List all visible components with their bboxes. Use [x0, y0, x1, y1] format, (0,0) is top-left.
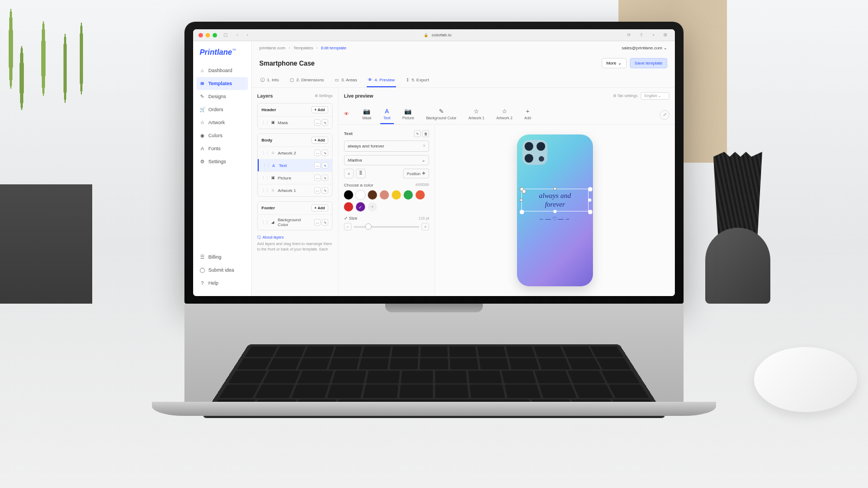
size-increase-button[interactable]: + [422, 223, 429, 230]
about-layers-text: Add layers and drag them to rearrange th… [257, 241, 333, 252]
sidebar-item-orders[interactable]: 🛒Orders [193, 103, 251, 116]
forward-button[interactable]: › [245, 33, 251, 37]
chevron-down-icon: ⌄ [663, 46, 667, 50]
tool-tab-text[interactable]: AText [380, 105, 394, 124]
sidebar-item-help[interactable]: ?Help [193, 277, 251, 290]
edit-icon[interactable]: ✎ [322, 150, 328, 156]
language-select[interactable]: English ⌄ [641, 92, 669, 100]
color-swatch[interactable] [344, 202, 353, 211]
minimize-window-icon[interactable] [206, 33, 210, 37]
more-icon[interactable]: ⋯ [314, 219, 321, 226]
position-button[interactable]: Position✥ [403, 169, 429, 178]
breadcrumb[interactable]: printlane.com› Templates› Edit template [259, 46, 347, 50]
visibility-off-icon[interactable]: 👁 [344, 111, 352, 119]
tabs-button[interactable]: ⊞ [661, 33, 669, 37]
edit-icon[interactable]: ✎ [322, 119, 328, 126]
tab-preview[interactable]: 👁4. Preview [367, 74, 395, 87]
tool-tab-add[interactable]: +Add [521, 105, 534, 124]
tool-tab-picture[interactable]: 📷Picture [399, 105, 418, 124]
color-swatch[interactable] [416, 190, 425, 200]
align-center-button[interactable]: ≣ [356, 169, 366, 178]
tool-tab-background-color[interactable]: ✎Background Color [423, 105, 459, 124]
tab-areas[interactable]: ▭3. Areas [334, 74, 358, 87]
more-icon[interactable]: ⋯ [314, 187, 321, 194]
close-window-icon[interactable] [199, 33, 203, 37]
sidebar-item-designs[interactable]: ✎Designs [193, 90, 251, 103]
address-bar[interactable]: 🔒 colorlab.io [254, 33, 621, 37]
brand-logo[interactable]: Printlane™ [193, 48, 251, 64]
new-tab-button[interactable]: + [650, 33, 657, 37]
tab-export[interactable]: ↥5. Export [405, 74, 430, 87]
font-select[interactable]: Madina⌄ [344, 155, 429, 165]
sidebar-item-fonts[interactable]: AFonts [193, 142, 251, 155]
more-icon[interactable]: ⋯ [314, 150, 321, 156]
color-swatch[interactable] [344, 190, 353, 200]
sidebar-item-billing[interactable]: ☰Billing [193, 251, 251, 264]
layer-item-text[interactable]: ⋮⋮AText⋯✎ [258, 159, 332, 171]
clear-text-icon[interactable]: ✕ [423, 144, 426, 148]
color-swatch[interactable] [404, 190, 413, 200]
refresh-button[interactable]: ⟳ [625, 33, 633, 37]
sidebar-toggle-icon[interactable]: ▢ [221, 33, 230, 37]
tab-info[interactable]: ⓘ1. Info [259, 74, 280, 87]
add-layer-button[interactable]: + Add [311, 204, 328, 211]
size-slider[interactable] [354, 226, 419, 228]
layer-item-artwork-2[interactable]: ⋮⋮☆Artwork 2⋯✎ [258, 146, 332, 159]
drag-handle-icon[interactable]: ⋮⋮ [261, 188, 269, 192]
tool-tab-mask[interactable]: 📷Mask [359, 105, 375, 124]
edit-icon[interactable]: ✎ [414, 130, 421, 137]
drag-handle-icon[interactable]: ⋮⋮ [261, 220, 269, 224]
preview-canvas[interactable]: always andforever ←—♡—→ [435, 125, 675, 296]
add-layer-button[interactable]: + Add [311, 137, 328, 144]
color-swatch[interactable] [368, 190, 377, 200]
app-sidebar: Printlane™ ⌂Dashboard≋Templates✎Designs🛒… [193, 41, 252, 296]
edit-icon[interactable]: ✎ [322, 162, 328, 169]
color-swatch[interactable] [356, 202, 365, 211]
sidebar-item-templates[interactable]: ≋Templates [196, 77, 248, 90]
size-decrease-button[interactable]: − [344, 223, 352, 230]
text-value-input[interactable]: always and forever ✕ [344, 140, 429, 152]
window-controls[interactable] [199, 33, 217, 37]
tool-tab-artwork-1[interactable]: ☆Artwork 1 [465, 105, 488, 124]
more-icon[interactable]: ⋯ [314, 175, 321, 181]
edit-icon[interactable]: ✎ [322, 219, 328, 226]
layer-item-mask[interactable]: ⋮⋮▣Mask⋯✎ [258, 116, 332, 129]
layers-settings-link[interactable]: ⚙ Settings [315, 94, 333, 98]
plant-decoration [0, 0, 92, 304]
color-swatch[interactable] [380, 190, 389, 200]
maximize-window-icon[interactable] [213, 33, 217, 37]
delete-icon[interactable]: 🗑 [422, 130, 429, 137]
add-color-button[interactable]: + [368, 202, 377, 211]
save-template-button[interactable]: Save template [630, 58, 667, 68]
sidebar-item-colors[interactable]: ◉Colors [193, 129, 251, 142]
edit-icon[interactable]: ✎ [322, 187, 328, 194]
color-swatch[interactable] [392, 190, 401, 200]
drag-handle-icon[interactable]: ⋮⋮ [261, 120, 269, 125]
sidebar-item-settings[interactable]: ⚙Settings [193, 155, 251, 168]
add-layer-button[interactable]: + Add [311, 106, 328, 113]
drag-handle-icon[interactable]: ⋮⋮ [261, 151, 269, 155]
layer-item-background-color[interactable]: ⋮⋮◢Background Color⋯✎ [258, 214, 332, 230]
back-button[interactable]: ‹ [234, 33, 240, 37]
more-icon[interactable]: ⋯ [314, 119, 321, 126]
sidebar-item-artwork[interactable]: ☆Artwork [193, 116, 251, 129]
about-layers-link[interactable]: ⓘAbout layers [257, 235, 333, 240]
align-left-button[interactable]: ≡ [344, 169, 354, 178]
expand-preview-button[interactable]: ⤢ [660, 110, 669, 120]
sidebar-item-dashboard[interactable]: ⌂Dashboard [193, 64, 251, 77]
layer-item-picture[interactable]: ⋮⋮▣Picture⋯✎ [258, 171, 332, 184]
color-swatch[interactable] [356, 190, 365, 200]
tab-dimensions[interactable]: ▢2. Dimensions [289, 74, 325, 87]
drag-handle-icon[interactable]: ⋮⋮ [261, 176, 269, 180]
tab-settings-link[interactable]: ⚙ Tab settings [613, 94, 637, 98]
more-button[interactable]: More⌄ [602, 58, 627, 68]
account-email[interactable]: sales@printlane.com ⌄ [622, 46, 667, 50]
selection-box[interactable] [521, 189, 589, 211]
edit-icon[interactable]: ✎ [322, 175, 328, 181]
drag-handle-icon[interactable]: ⋮⋮ [263, 163, 270, 168]
sidebar-item-submit-idea[interactable]: ◯Submit idea [193, 264, 251, 277]
more-icon[interactable]: ⋯ [314, 162, 321, 169]
share-button[interactable]: ⇪ [637, 33, 646, 37]
tool-tab-artwork-2[interactable]: ☆Artwork 2 [493, 105, 516, 124]
layer-item-artwork-1[interactable]: ⋮⋮☆Artwork 1⋯✎ [258, 184, 332, 196]
